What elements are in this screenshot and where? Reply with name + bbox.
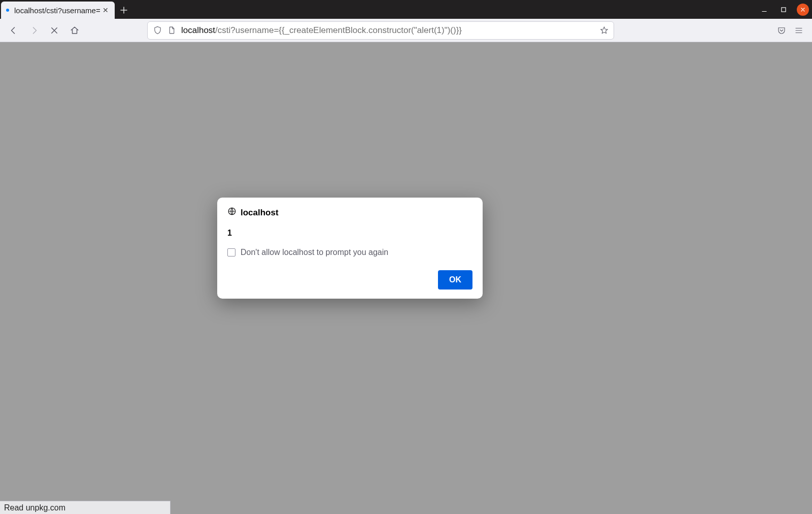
loading-indicator-icon — [6, 9, 9, 12]
toolbar-right — [776, 25, 807, 36]
dialog-ok-button[interactable]: OK — [438, 270, 472, 290]
page-viewport: localhost 1 Don't allow localhost to pro… — [0, 42, 812, 514]
javascript-alert-dialog: localhost 1 Don't allow localhost to pro… — [217, 198, 483, 299]
url-host: localhost — [181, 25, 215, 35]
navigation-toolbar: localhost/csti?username={{_createElement… — [0, 19, 812, 42]
url-text: localhost/csti?username={{_createElement… — [181, 25, 594, 36]
back-button[interactable] — [5, 22, 22, 39]
dialog-suppress-checkbox[interactable] — [227, 248, 235, 256]
dialog-header: localhost — [227, 207, 472, 218]
url-path: /csti?username={{_createElementBlock.con… — [215, 25, 462, 35]
home-button[interactable] — [66, 22, 83, 39]
tab-strip: localhost/csti?username= ✕ — [0, 0, 812, 19]
url-bar[interactable]: localhost/csti?username={{_createElement… — [147, 21, 614, 40]
application-menu-icon[interactable] — [794, 25, 804, 36]
dialog-suppress-label: Don't allow localhost to prompt you agai… — [241, 248, 388, 257]
dialog-actions: OK — [227, 270, 472, 290]
window-minimize-button[interactable] — [758, 4, 770, 16]
tracking-protection-icon[interactable] — [153, 26, 162, 35]
dialog-origin: localhost — [241, 208, 279, 218]
stop-reload-button[interactable] — [46, 22, 63, 39]
svg-rect-0 — [782, 7, 786, 11]
window-controls — [758, 0, 809, 19]
bookmark-star-icon[interactable] — [599, 26, 608, 35]
new-tab-button[interactable] — [115, 2, 133, 19]
window-close-button[interactable] — [797, 4, 809, 16]
forward-button[interactable] — [25, 22, 43, 39]
tab-close-button[interactable]: ✕ — [101, 6, 110, 14]
window-maximize-button[interactable] — [777, 4, 790, 16]
browser-tab[interactable]: localhost/csti?username= ✕ — [1, 2, 115, 19]
status-text: Read unpkg.com — [4, 503, 65, 512]
dialog-message: 1 — [227, 229, 472, 238]
site-identity-icon[interactable] — [167, 26, 176, 35]
tab-title: localhost/csti?username= — [14, 6, 101, 15]
save-to-pocket-icon[interactable] — [776, 25, 787, 36]
globe-icon — [227, 207, 236, 218]
dialog-suppress-row[interactable]: Don't allow localhost to prompt you agai… — [227, 248, 472, 257]
status-bar: Read unpkg.com — [0, 501, 171, 514]
